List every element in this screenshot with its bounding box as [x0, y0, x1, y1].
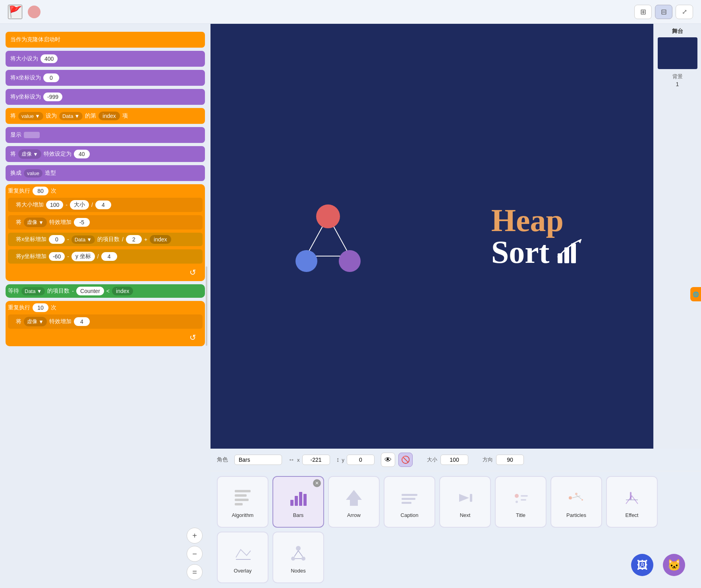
stage-thumbnail[interactable]	[658, 37, 697, 69]
stop-button[interactable]	[28, 6, 41, 18]
ghost-inc-value[interactable]: -5	[74, 218, 90, 227]
svg-marker-19	[459, 494, 469, 502]
show-block[interactable]: 显示	[6, 127, 205, 143]
size-add-100[interactable]: 100	[46, 200, 63, 209]
x-div-2[interactable]: 2	[126, 235, 142, 244]
data-ref-dropdown[interactable]: Data ▼	[71, 235, 95, 244]
sort-row: Sort	[491, 236, 584, 268]
sprite-card-nodes[interactable]: Nodes	[272, 532, 324, 583]
sprite-card-effect[interactable]: Effect	[606, 476, 658, 528]
size-ref: 大小	[70, 200, 89, 210]
change-ghost-inc-block[interactable]: 将 虚像 ▼ 特效增加 4	[8, 314, 203, 329]
ghost-ref-dropdown[interactable]: 虚像 ▼	[24, 218, 47, 227]
y-coord-ref: y 坐标	[71, 252, 95, 261]
svg-rect-12	[295, 496, 298, 506]
svg-rect-7	[235, 490, 251, 492]
svg-rect-17	[402, 498, 415, 500]
bars-delete-btn[interactable]: ✕	[313, 479, 321, 487]
y-div-4[interactable]: 4	[101, 252, 117, 261]
particles-icon	[564, 486, 588, 510]
size-label: 大小	[427, 456, 437, 463]
y-value-input[interactable]: -999	[43, 93, 62, 101]
y-neg60[interactable]: -60	[49, 252, 65, 261]
repeat-10-block[interactable]: 重复执行 10 次 将 虚像 ▼ 特效增加 4 ↺	[6, 301, 205, 346]
wait-condition-block[interactable]: 等待 Data ▼ 的项目数 - Counter < index	[6, 284, 205, 298]
sprite-name-input[interactable]	[234, 455, 282, 465]
set-y-block[interactable]: 将y坐标设为 -999	[6, 89, 205, 105]
layout-button-1[interactable]: ⊞	[634, 5, 652, 19]
set-ghost-block[interactable]: 将 虚像 ▼ 特效设定为 40	[6, 146, 205, 162]
fab-area: 🐱	[663, 554, 685, 576]
x-value-input[interactable]: 0	[43, 73, 59, 82]
size-div-4[interactable]: 4	[95, 200, 111, 209]
ghost-dropdown[interactable]: 虚像 ▼	[18, 149, 41, 159]
ghost-value[interactable]: 40	[74, 150, 90, 158]
role-label: 角色	[217, 456, 228, 463]
sprite-card-title[interactable]: Title	[495, 476, 547, 528]
particles-label: Particles	[566, 512, 586, 518]
repeat-arrow-2-icon: ↺	[189, 333, 196, 342]
y-arrow-icon: ↕	[336, 456, 340, 463]
nodes-label: Nodes	[291, 568, 306, 574]
main-layout: 当作为克隆体启动时 将大小设为 400 将x坐标设为 0 将y坐标设为 -999…	[0, 24, 701, 588]
hide-eye-button[interactable]: 🚫	[398, 453, 413, 467]
layout-button-2[interactable]: ⊟	[655, 5, 672, 19]
size-value-input[interactable]: 400	[41, 54, 58, 63]
size-input[interactable]	[440, 455, 468, 465]
sprite-card-overlay[interactable]: Overlay	[217, 532, 268, 583]
svg-rect-18	[402, 502, 411, 504]
change-size-block[interactable]: 将大小增加 100 - 大小 / 4	[8, 198, 203, 212]
translate-badge[interactable]: 🌐	[690, 287, 701, 301]
ghost-inc-dropdown[interactable]: 虚像 ▼	[24, 317, 47, 326]
change-ghost-block[interactable]: 将 虚像 ▼ 特效增加 -5	[8, 215, 203, 229]
sprite-card-next[interactable]: Next	[439, 476, 491, 528]
set-value-block[interactable]: 将 value ▼ 设为 Data ▼ 的第 index 项	[6, 108, 205, 124]
ghost-inc-4[interactable]: 4	[74, 317, 90, 326]
tree-right-node	[339, 250, 361, 272]
sprite-card-algorithm[interactable]: Algorithm	[217, 476, 268, 528]
green-flag-button[interactable]: 🚩	[8, 5, 22, 19]
fullscreen-button[interactable]: ⤢	[676, 5, 693, 19]
zoom-out-button[interactable]: −	[187, 546, 203, 562]
next-label: Next	[460, 512, 471, 518]
set-size-block[interactable]: 将大小设为 400	[6, 51, 205, 67]
dir-input[interactable]	[496, 455, 524, 465]
algorithm-icon	[231, 486, 255, 510]
stage-canvas-inner: Heap Sort	[210, 24, 653, 449]
change-y-block[interactable]: 将y坐标增加 -60 - y 坐标 / 4	[8, 249, 203, 264]
svg-point-34	[291, 557, 295, 561]
svg-rect-23	[521, 495, 528, 497]
sprite-card-caption[interactable]: Caption	[384, 476, 435, 528]
svg-point-33	[296, 546, 301, 551]
svg-rect-13	[299, 492, 302, 506]
costume-dropdown[interactable]: value	[24, 169, 42, 177]
x-coord-input[interactable]	[302, 455, 330, 465]
change-x-block[interactable]: 将x坐标增加 0 - Data ▼ 的项目数 / 2 + index	[8, 233, 203, 246]
repeat-80-value[interactable]: 80	[33, 187, 48, 195]
image-fab-button[interactable]: 🖼	[631, 554, 653, 576]
svg-point-25	[569, 496, 572, 499]
repeat-80-block[interactable]: 重复执行 80 次 将大小增加 100 - 大小 / 4 将 虚像 ▼ 特效增加…	[6, 184, 205, 281]
y-coord-input[interactable]	[347, 455, 375, 465]
x-add-0[interactable]: 0	[49, 235, 65, 244]
effect-label: Effect	[625, 512, 638, 518]
data-dropdown[interactable]: Data ▼	[59, 112, 83, 120]
index-wait-ref: index	[112, 287, 133, 295]
set-x-block[interactable]: 将x坐标设为 0	[6, 70, 205, 86]
scroll-indicator	[206, 266, 207, 346]
zoom-fit-button[interactable]: =	[187, 564, 203, 580]
switch-costume-block[interactable]: 换成 value 造型	[6, 165, 205, 181]
show-eye-button[interactable]: 👁	[381, 453, 395, 467]
event-block-clone-start[interactable]: 当作为克隆体启动时	[6, 32, 205, 48]
value-dropdown[interactable]: value ▼	[18, 112, 43, 120]
zoom-in-button[interactable]: +	[187, 528, 203, 544]
sprite-card-bars[interactable]: ✕ Bars	[272, 476, 324, 528]
sprite-card-particles[interactable]: Particles	[550, 476, 602, 528]
sprite-card-arrow[interactable]: Arrow	[328, 476, 380, 528]
caption-icon	[398, 486, 421, 510]
repeat-10-value[interactable]: 10	[33, 303, 48, 312]
cat-fab-button[interactable]: 🐱	[663, 554, 685, 576]
data-wait-dropdown[interactable]: Data ▼	[21, 287, 45, 295]
stage-canvas[interactable]: Heap Sort	[210, 24, 653, 449]
svg-line-36	[294, 551, 298, 557]
